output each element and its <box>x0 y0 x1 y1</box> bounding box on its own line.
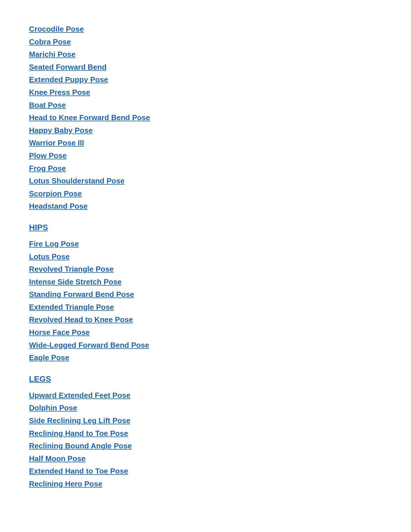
pose-link-head-to-knee-forward-bend-pose[interactable]: Head to Knee Forward Bend Pose <box>29 112 382 124</box>
pose-link-revolved-head-to-knee-pose[interactable]: Revolved Head to Knee Pose <box>29 314 382 326</box>
pose-link-boat-pose[interactable]: Boat Pose <box>29 99 382 111</box>
pose-link-knee-press-pose[interactable]: Knee Press Pose <box>29 86 382 99</box>
section-general: Crocodile PoseCobra PoseMarichi PoseSeat… <box>29 23 382 212</box>
pose-link-crocodile-pose[interactable]: Crocodile Pose <box>29 23 382 35</box>
pose-link-frog-pose[interactable]: Frog Pose <box>29 163 382 175</box>
pose-link-lotus-pose[interactable]: Lotus Pose <box>29 251 382 263</box>
pose-link-happy-baby-pose[interactable]: Happy Baby Pose <box>29 125 382 137</box>
pose-link-standing-forward-bend-pose[interactable]: Standing Forward Bend Pose <box>29 288 382 301</box>
pose-link-scorpion-pose[interactable]: Scorpion Pose <box>29 188 382 200</box>
content: Crocodile PoseCobra PoseMarichi PoseSeat… <box>29 23 382 490</box>
section-header-legs: LEGS <box>29 374 382 384</box>
pose-link-marichi-pose[interactable]: Marichi Pose <box>29 48 382 61</box>
pose-link-intense-side-stretch-pose[interactable]: Intense Side Stretch Pose <box>29 276 382 288</box>
pose-link-lotus-shoulderstand-pose[interactable]: Lotus Shoulderstand Pose <box>29 175 382 187</box>
pose-link-headstand-pose[interactable]: Headstand Pose <box>29 200 382 212</box>
pose-link-upward-extended-feet-pose[interactable]: Upward Extended Feet Pose <box>29 389 382 402</box>
pose-link-side-reclining-leg-lift-pose[interactable]: Side Reclining Leg Lift Pose <box>29 415 382 427</box>
pose-link-extended-triangle-pose[interactable]: Extended Triangle Pose <box>29 301 382 313</box>
pose-link-cobra-pose[interactable]: Cobra Pose <box>29 36 382 48</box>
pose-link-reclining-bound-angle-pose[interactable]: Reclining Bound Angle Pose <box>29 440 382 452</box>
section-legs: LEGSUpward Extended Feet PoseDolphin Pos… <box>29 374 382 490</box>
section-hips: HIPSFire Log PoseLotus PoseRevolved Tria… <box>29 223 382 364</box>
pose-link-wide-legged-forward-bend-pose[interactable]: Wide-Legged Forward Bend Pose <box>29 339 382 351</box>
pose-link-fire-log-pose[interactable]: Fire Log Pose <box>29 238 382 250</box>
pose-link-seated-forward-bend[interactable]: Seated Forward Bend <box>29 61 382 73</box>
pose-link-warrior-pose-iii[interactable]: Warrior Pose III <box>29 137 382 149</box>
pose-link-plow-pose[interactable]: Plow Pose <box>29 150 382 162</box>
pose-link-dolphin-pose[interactable]: Dolphin Pose <box>29 402 382 414</box>
pose-link-extended-hand-to-toe-pose[interactable]: Extended Hand to Toe Pose <box>29 465 382 477</box>
pose-link-revolved-triangle-pose[interactable]: Revolved Triangle Pose <box>29 263 382 275</box>
pose-link-half-moon-pose[interactable]: Half Moon Pose <box>29 453 382 465</box>
pose-link-extended-puppy-pose[interactable]: Extended Puppy Pose <box>29 74 382 86</box>
pose-link-eagle-pose[interactable]: Eagle Pose <box>29 352 382 364</box>
pose-link-reclining-hand-to-toe-pose[interactable]: Reclining Hand to Toe Pose <box>29 428 382 440</box>
pose-link-horse-face-pose[interactable]: Horse Face Pose <box>29 327 382 339</box>
section-header-hips: HIPS <box>29 223 382 232</box>
pose-link-reclining-hero-pose[interactable]: Reclining Hero Pose <box>29 478 382 490</box>
